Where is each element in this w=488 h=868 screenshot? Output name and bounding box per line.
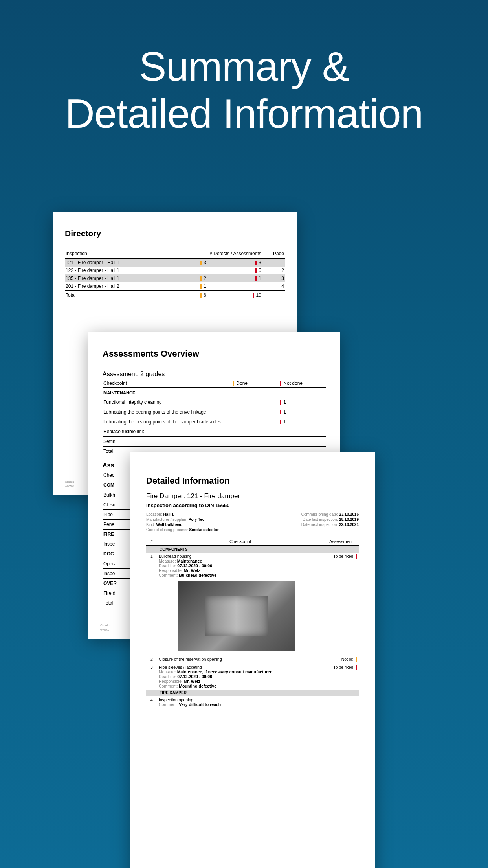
col-page: Page — [262, 249, 285, 258]
notdone-cell: 1 — [279, 397, 326, 407]
item-num: 4 — [146, 696, 157, 708]
page2-footer: Createwww.c — [100, 623, 110, 632]
col-checkpoint2: Checkpoint — [157, 537, 323, 546]
inspection-name: 122 - Fire damper - Hall 1 — [65, 267, 165, 274]
checkpoint-name: Functional integrity cleaning — [103, 397, 231, 407]
inspection-name: 201 - Fire damper - Hall 2 — [65, 282, 165, 291]
assessments-cell: 1 — [207, 274, 262, 282]
item-content: Pipe sleeves / jacketing Measure: Mainte… — [157, 664, 323, 690]
detailed-subtitle: Fire Damper: 121 - Fire damper — [146, 492, 359, 500]
inspection-photo — [178, 581, 295, 651]
checkpoint-row: 1 Bulkhead housing Measure: MaintenanceD… — [146, 553, 359, 656]
assessments-subtitle: Assessment: 2 grades — [103, 371, 326, 378]
defects-cell: 2 — [165, 274, 207, 282]
detailed-standard: Inspection according to DIN 15650 — [146, 502, 359, 508]
assessments-cell: 3 — [207, 258, 262, 267]
meta-row: Manufacturer / supplier: Poly Tec Date l… — [146, 517, 359, 522]
report-page-detailed: Detailed Information Fire Damper: 121 - … — [130, 452, 375, 868]
directory-table: Inspection # Defects / Assessments Page … — [65, 249, 285, 299]
done-cell — [231, 427, 279, 437]
item-content: Closure of the reservation opening — [157, 656, 323, 664]
col-defects: # Defects / Assessments — [165, 249, 262, 258]
defects-cell — [165, 267, 207, 274]
meta-block: Location: Hall 1 Commissioning date: 23.… — [146, 512, 359, 532]
detailed-title: Detailed Information — [146, 476, 359, 486]
directory-row: 121 - Fire damper - Hall 1 3 3 1 — [65, 258, 285, 267]
assessments-cell — [207, 282, 262, 291]
inspection-name: 135 - Fire damper - Hall 1 — [65, 274, 165, 282]
done-cell — [231, 407, 279, 417]
checkpoint-row: 3 Pipe sleeves / jacketing Measure: Main… — [146, 664, 359, 690]
defects-cell: 1 — [165, 282, 207, 291]
item-content: Bulkhead housing Measure: MaintenanceDea… — [157, 553, 323, 656]
page-cell: 4 — [262, 282, 285, 291]
meta-row: Location: Hall 1 Commissioning date: 23.… — [146, 512, 359, 517]
item-num: 2 — [146, 656, 157, 664]
item-assessment: To be fixed — [323, 664, 359, 690]
col-inspection: Inspection — [65, 249, 165, 258]
item-num: 1 — [146, 553, 157, 656]
section-header: FIRE DAMPER — [146, 690, 359, 696]
col-checkpoint: Checkpoint — [103, 379, 231, 388]
page-cell: 3 — [262, 274, 285, 282]
page-cell: 2 — [262, 267, 285, 274]
total-label: Total — [65, 291, 165, 299]
checkpoint-name: Lubricating the bearing points of the da… — [103, 417, 231, 427]
notdone-cell: 1 — [279, 417, 326, 427]
directory-total-row: Total 6 10 — [65, 291, 285, 299]
checkpoint-row: 2 Closure of the reservation opening Not… — [146, 656, 359, 664]
assessment-row: Functional integrity cleaning 1 — [103, 397, 326, 407]
category-maintenance: MAINTENANCE — [103, 388, 326, 397]
directory-title: Directory — [65, 229, 285, 238]
hero-title: Summary & Detailed Information — [0, 0, 488, 137]
detail-table: # Checkpoint Assessment COMPONENTS 1 Bul… — [146, 537, 359, 708]
page-cell: 1 — [262, 258, 285, 267]
notdone-cell — [279, 427, 326, 437]
meta-row: Kind: Wall bulkhead Date next inspection… — [146, 522, 359, 527]
checkpoint-name: Replace fusible link — [103, 427, 231, 437]
assessment-row: Replace fusible link — [103, 427, 326, 437]
truncated-row: Settin — [103, 437, 326, 447]
notdone-cell: 1 — [279, 407, 326, 417]
directory-row: 122 - Fire damper - Hall 1 6 2 — [65, 267, 285, 274]
item-num: 3 — [146, 664, 157, 690]
defects-cell: 3 — [165, 258, 207, 267]
page1-footer: Createwww.c — [65, 480, 74, 488]
col-assessment: Assessment — [323, 537, 359, 546]
directory-row: 135 - Fire damper - Hall 1 2 1 3 — [65, 274, 285, 282]
item-assessment — [323, 696, 359, 708]
hero-line1: Summary & — [139, 44, 349, 89]
assessments-title: Assessments Overview — [103, 349, 326, 359]
item-assessment: To be fixed — [323, 553, 359, 656]
directory-row: 201 - Fire damper - Hall 2 1 4 — [65, 282, 285, 291]
assessment-row: Lubricating the bearing points of the da… — [103, 417, 326, 427]
meta-row: Control closing process: Smoke detector — [146, 528, 359, 532]
hero-line2: Detailed Information — [65, 91, 423, 136]
assessments-table: Checkpoint Done Not done MAINTENANCE Fun… — [103, 379, 326, 437]
checkpoint-row: 4 Inspection opening Comment: Very diffi… — [146, 696, 359, 708]
assessments-cell: 6 — [207, 267, 262, 274]
done-cell — [231, 417, 279, 427]
col-num: # — [146, 537, 157, 546]
done-cell — [231, 397, 279, 407]
item-content: Inspection opening Comment: Very difficu… — [157, 696, 323, 708]
assessment-row: Lubricating the bearing points of the dr… — [103, 407, 326, 417]
item-assessment: Not ok — [323, 656, 359, 664]
inspection-name: 121 - Fire damper - Hall 1 — [65, 258, 165, 267]
checkpoint-name: Lubricating the bearing points of the dr… — [103, 407, 231, 417]
section-header: COMPONENTS — [146, 546, 359, 553]
